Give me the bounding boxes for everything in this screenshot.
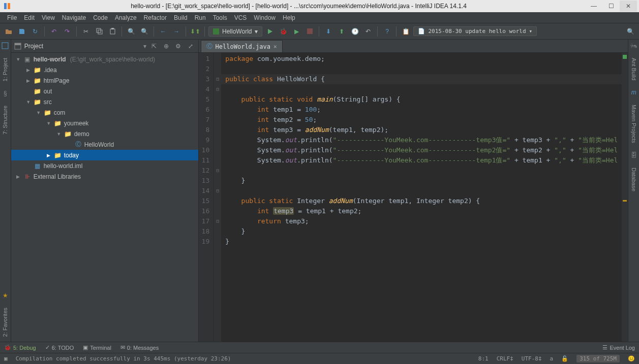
tree-node-helloworld-class[interactable]: Ⓒ HelloWorld bbox=[11, 139, 198, 150]
menu-analyze[interactable]: Analyze bbox=[112, 13, 140, 22]
close-tab-icon[interactable]: ✕ bbox=[273, 43, 277, 50]
collapse-all-icon[interactable]: ⇱ bbox=[149, 42, 159, 51]
line-separator[interactable]: CRLF‡ bbox=[497, 355, 513, 362]
tree-node-demo[interactable]: ▼📁 demo bbox=[11, 128, 198, 139]
messages-tab[interactable]: ✉ 0: Messages bbox=[120, 344, 159, 351]
svg-rect-2 bbox=[97, 28, 101, 32]
tool-windows-icon[interactable]: ▣ bbox=[4, 355, 8, 362]
tree-node-idea[interactable]: ▶📁 .idea bbox=[11, 64, 198, 75]
main-toolbar: ↻ ↶ ↷ ✂ 🔍 🔍 ← → ⬇⬆ HelloWorld ▾ 🐞 ▶ ⬇ ⬆ … bbox=[0, 23, 639, 40]
make-icon[interactable]: ⬇⬆ bbox=[190, 26, 201, 37]
tree-node-iml[interactable]: ▦ hello-world.iml bbox=[11, 160, 198, 171]
tree-node-youmeek[interactable]: ▼📁 youmeek bbox=[11, 118, 198, 128]
menu-navigate[interactable]: Navigate bbox=[59, 13, 89, 22]
run-configuration-selector[interactable]: HelloWorld ▾ bbox=[208, 26, 262, 37]
find-icon[interactable]: 🔍 bbox=[126, 26, 137, 37]
ant-icon[interactable]: 🐜 bbox=[630, 42, 638, 50]
menu-build[interactable]: Build bbox=[171, 13, 191, 22]
hector-icon[interactable]: 😐 bbox=[628, 355, 635, 362]
lock-icon[interactable]: 🔓 bbox=[561, 355, 568, 362]
terminal-tab[interactable]: ▣ Terminal bbox=[83, 344, 111, 351]
search-everywhere-icon[interactable]: 🔍 bbox=[625, 26, 636, 37]
minimize-button[interactable]: — bbox=[585, 1, 602, 12]
vcs-commit-icon[interactable]: ⬆ bbox=[336, 26, 347, 37]
copy-icon[interactable] bbox=[94, 26, 105, 37]
changelist-icon[interactable]: 📋 bbox=[400, 26, 411, 37]
tree-node-external-libs[interactable]: ▶⊪ External Libraries bbox=[11, 171, 198, 182]
tree-node-out[interactable]: 📁 out bbox=[11, 86, 198, 96]
menu-refactor[interactable]: Refactor bbox=[141, 13, 170, 22]
changelist-selector[interactable]: 📄 2015-08-30 update hello world ▾ bbox=[413, 26, 537, 36]
scroll-from-source-icon[interactable]: ⊕ bbox=[162, 42, 171, 51]
paste-icon[interactable] bbox=[107, 26, 118, 37]
editor-tab-helloworld[interactable]: Ⓒ HelloWorld.java ✕ bbox=[201, 40, 283, 52]
structure-tool-tab[interactable]: 7: Structure bbox=[2, 104, 8, 137]
structure-tool-icon[interactable]: § bbox=[1, 89, 9, 97]
tree-node-today[interactable]: ▶📁 today bbox=[11, 150, 198, 160]
project-panel-title[interactable]: Project bbox=[24, 43, 140, 50]
file-encoding[interactable]: UTF-8‡ bbox=[522, 355, 542, 362]
debug-icon[interactable]: 🐞 bbox=[278, 26, 289, 37]
fold-gutter[interactable]: ⊟⊟⊟⊟⊟ bbox=[214, 53, 221, 342]
open-icon[interactable] bbox=[3, 26, 14, 37]
favorites-tool-tab[interactable]: 2: Favorites bbox=[2, 306, 8, 339]
project-tree[interactable]: ▼ ▣ hello-world (E:\git_work_space\hello… bbox=[11, 53, 198, 342]
tree-root[interactable]: ▼ ▣ hello-world (E:\git_work_space\hello… bbox=[11, 54, 198, 64]
menu-vcs[interactable]: VCS bbox=[231, 13, 250, 22]
vcs-revert-icon[interactable]: ↶ bbox=[362, 26, 374, 37]
undo-icon[interactable]: ↶ bbox=[48, 26, 59, 37]
save-all-icon[interactable] bbox=[16, 26, 27, 37]
ant-tool-tab[interactable]: Ant Build bbox=[631, 56, 637, 82]
tree-node-htmlpage[interactable]: ▶📁 htmlPage bbox=[11, 75, 198, 86]
menu-window[interactable]: Window bbox=[251, 13, 279, 22]
project-view-icon[interactable] bbox=[14, 43, 21, 50]
chevron-down-icon[interactable]: ▾ bbox=[143, 43, 146, 50]
close-button[interactable]: ✕ bbox=[620, 1, 637, 12]
database-icon[interactable]: 🗄 bbox=[630, 151, 638, 159]
tree-node-com[interactable]: ▼📁 com bbox=[11, 107, 198, 118]
svg-rect-1 bbox=[8, 3, 10, 9]
vcs-history-icon[interactable]: 🕐 bbox=[349, 26, 360, 37]
line-number-gutter: 12345678910111213141516171819 bbox=[199, 53, 215, 342]
menu-help[interactable]: Help bbox=[280, 13, 298, 22]
maven-tool-tab[interactable]: Maven Projects bbox=[631, 103, 637, 145]
window-title: hello-world - [E:\git_work_space\hello-w… bbox=[12, 3, 585, 10]
debug-tab[interactable]: 🐞 5: Debug bbox=[4, 344, 36, 351]
forward-icon[interactable]: → bbox=[171, 26, 182, 37]
tree-node-src[interactable]: ▼📁 src bbox=[11, 96, 198, 107]
event-log-tab[interactable]: ☰ Event Log bbox=[602, 344, 635, 351]
hide-icon[interactable]: ⤢ bbox=[186, 42, 195, 51]
coverage-icon[interactable]: ▶ bbox=[291, 26, 302, 37]
git-branch[interactable]: a bbox=[550, 355, 554, 362]
warning-mark[interactable] bbox=[623, 200, 627, 202]
menu-view[interactable]: View bbox=[39, 13, 58, 22]
stop-icon[interactable] bbox=[304, 26, 315, 37]
gear-icon[interactable]: ⚙ bbox=[174, 42, 183, 51]
replace-icon[interactable]: 🔍 bbox=[139, 26, 150, 37]
redo-icon[interactable]: ↷ bbox=[62, 26, 73, 37]
caret-position[interactable]: 8:1 bbox=[478, 355, 489, 362]
maven-icon[interactable]: m bbox=[630, 88, 638, 96]
cut-icon[interactable]: ✂ bbox=[80, 26, 92, 37]
memory-indicator[interactable]: 315 of 725M bbox=[576, 355, 620, 362]
error-stripe[interactable] bbox=[622, 53, 628, 342]
menu-edit[interactable]: Edit bbox=[21, 13, 38, 22]
menu-run[interactable]: Run bbox=[192, 13, 209, 22]
menu-file[interactable]: File bbox=[4, 13, 20, 22]
project-tool-icon[interactable] bbox=[1, 42, 9, 50]
run-icon[interactable] bbox=[264, 26, 276, 37]
todo-tab[interactable]: ✓ 6: TODO bbox=[45, 344, 74, 351]
help-icon[interactable]: ? bbox=[381, 26, 392, 37]
maximize-button[interactable]: ☐ bbox=[602, 1, 620, 12]
code-content[interactable]: package com.youmeek.demo; public class H… bbox=[221, 53, 622, 342]
menu-code[interactable]: Code bbox=[90, 13, 111, 22]
vcs-update-icon[interactable]: ⬇ bbox=[323, 26, 334, 37]
back-icon[interactable]: ← bbox=[158, 26, 169, 37]
code-editor[interactable]: 12345678910111213141516171819 ⊟⊟⊟⊟⊟ pack… bbox=[199, 53, 628, 342]
sync-icon[interactable]: ↻ bbox=[29, 26, 41, 37]
database-tool-tab[interactable]: Database bbox=[631, 166, 637, 193]
menu-tools[interactable]: Tools bbox=[210, 13, 230, 22]
project-tool-tab[interactable]: 1: Project bbox=[2, 56, 8, 83]
svg-rect-5 bbox=[111, 28, 114, 29]
favorites-star-icon[interactable]: ★ bbox=[1, 291, 9, 300]
